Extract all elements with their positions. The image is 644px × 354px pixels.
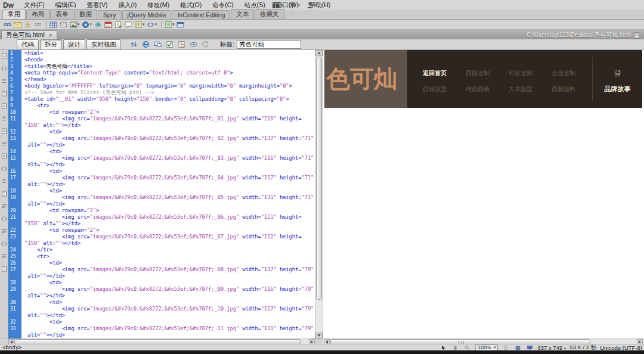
refresh-icon[interactable] (201, 41, 209, 49)
line-number: 32 (8, 319, 21, 325)
line-number (8, 122, 21, 129)
magnification-select[interactable]: 100%▾ (475, 344, 499, 351)
view-button-设计[interactable]: 设计 (63, 39, 85, 50)
nav-link[interactable]: 结婚西装 (465, 85, 490, 94)
visual-aids-icon[interactable] (189, 41, 197, 49)
syntax-error-alerts-icon[interactable] (0, 164, 8, 173)
status-bar: <body> 100%▾837 x 749 ▾53 K / 2 秒Unicode… (0, 344, 644, 350)
insert-tab[interactable]: 文本 (231, 9, 254, 19)
insert-tab[interactable]: 收藏夹 (255, 9, 284, 19)
insert-tab[interactable]: 布局 (26, 9, 49, 19)
file-management-icon[interactable] (129, 41, 138, 49)
scroll-up-arrow[interactable] (315, 50, 323, 56)
images-icon (69, 20, 78, 29)
workspace-switcher-icon (271, 1, 280, 10)
dropdown-arrow-icon: ▾ (298, 3, 301, 8)
insert-tab[interactable]: 表单 (50, 9, 73, 19)
document-tab[interactable]: 秀色可灿.html × (1, 30, 57, 39)
show-code-navigator-icon[interactable] (0, 64, 8, 73)
line-number: 6 (8, 83, 21, 89)
code-vertical-scrollbar[interactable] (315, 50, 322, 339)
menu-item[interactable]: 修改(M) (142, 0, 175, 10)
toolbar-separator (161, 21, 162, 29)
scroll-down-arrow[interactable] (315, 333, 323, 339)
line-number: 12 (8, 129, 21, 135)
outdent-code-icon[interactable] (0, 252, 8, 260)
comment-icon (124, 20, 132, 29)
nav-link[interactable]: 衬衫定制 (508, 69, 533, 77)
recent-snippets-icon[interactable] (0, 215, 8, 223)
document-title-input[interactable] (237, 40, 301, 49)
select-parent-tag-icon[interactable] (0, 114, 8, 123)
code-line: 12 <td> (8, 129, 315, 135)
nav-link[interactable]: 大衣版型 (508, 85, 533, 94)
code-view[interactable]: 1<html>2<head>3<title>秀色可灿</title>4<meta… (8, 50, 315, 339)
line-number (8, 273, 21, 280)
code-line: alt=""></td> (8, 293, 315, 299)
highlight-invalid-code-icon[interactable] (0, 152, 8, 160)
line-number: 22 (8, 227, 21, 234)
insert-tab[interactable]: InContext Editing (172, 10, 230, 19)
code-line: "150" alt=""></td> (8, 221, 315, 227)
document-window: 1<html>2<head>3<title>秀色可灿</title>4<meta… (0, 50, 644, 339)
code-line: 7<!-- Save for Web Slices (秀色可灿.psd) --> (8, 89, 315, 96)
dropdown-arrow-icon: ▾ (78, 22, 80, 27)
menu-item[interactable]: 插入(I) (113, 0, 142, 10)
dropdown-arrow-icon: ▾ (90, 22, 92, 27)
file-icon[interactable] (632, 31, 640, 39)
brand-story-label: 品牌故事 (605, 85, 631, 94)
code-line: alt=""></td> (8, 332, 315, 339)
window-size-select[interactable]: 837 x 749 ▾ (537, 344, 566, 351)
line-numbers-icon[interactable] (0, 139, 8, 148)
code-line: 23 <img src="images/&#x79c0;&#x8272;&#x5… (8, 234, 315, 240)
view-mode-buttons: 代码拆分设计实时视图 (17, 39, 122, 50)
close-icon[interactable]: × (49, 32, 52, 39)
insert-tab[interactable]: 数据 (74, 9, 97, 19)
code-line: 4<meta http-equiv="Content-Type" content… (8, 70, 315, 76)
site-logo-block[interactable]: 色可灿 (324, 50, 407, 108)
open-documents-icon[interactable] (0, 52, 8, 60)
code-line: alt=""></td> (8, 201, 315, 207)
preview-in-browser-icon[interactable] (141, 41, 150, 49)
code-line: alt=""></td> (8, 273, 315, 280)
code-line: 24 </tr> (8, 247, 315, 253)
scrollbar-thumb[interactable] (316, 57, 322, 300)
expand-all-icon[interactable] (0, 102, 8, 110)
move-css-icon[interactable] (0, 227, 8, 235)
check-browser-compatibility-icon[interactable] (177, 41, 185, 49)
menu-item[interactable]: 格式(O) (175, 0, 207, 10)
tag-selector[interactable]: <body> (2, 344, 22, 350)
multiscreen-icon[interactable] (153, 41, 162, 49)
property-inspector-edge (0, 350, 644, 354)
insert-tab[interactable]: jQuery Mobile (122, 10, 172, 19)
nav-link[interactable]: 西服版型 (422, 85, 447, 94)
line-number: 18 (8, 188, 21, 194)
brand-story-link[interactable]: 品牌故事 (593, 50, 642, 108)
line-number (8, 221, 21, 227)
indent-code-icon[interactable] (0, 240, 8, 248)
server-side-include-icon (114, 20, 122, 29)
format-source-code-icon[interactable] (0, 265, 8, 273)
insert-tab[interactable]: 常用 (2, 9, 26, 19)
remove-comment-icon[interactable] (0, 190, 8, 198)
toolbar-separator (46, 21, 47, 29)
apply-comment-icon[interactable] (0, 177, 8, 185)
encoding-indicator: Unicode (UTF-8) (600, 344, 642, 351)
collapse-selection-icon[interactable] (0, 89, 8, 98)
line-number: 21 (8, 214, 21, 221)
coding-toolbar (0, 50, 8, 339)
line-number (8, 240, 21, 247)
view-button-拆分[interactable]: 拆分 (40, 39, 62, 50)
nav-link[interactable]: 西服面料 (551, 85, 576, 94)
view-button-代码[interactable]: 代码 (17, 39, 39, 50)
code-line: 19 <img src="images/&#x79c0;&#x8272;&#x5… (8, 194, 315, 201)
insert-tab[interactable]: Spry (98, 10, 122, 19)
wrap-tag-icon[interactable] (0, 202, 8, 210)
w3c-validation-icon[interactable] (165, 41, 174, 49)
view-button-实时视图[interactable]: 实时视图 (86, 39, 121, 50)
collapse-full-tag-icon[interactable] (0, 77, 8, 85)
nav-link[interactable]: 企业定制 (551, 69, 576, 77)
nav-link[interactable]: 西服定制 (465, 69, 490, 77)
balance-braces-icon[interactable] (0, 127, 8, 135)
nav-link[interactable]: 返回首页 (422, 69, 447, 77)
